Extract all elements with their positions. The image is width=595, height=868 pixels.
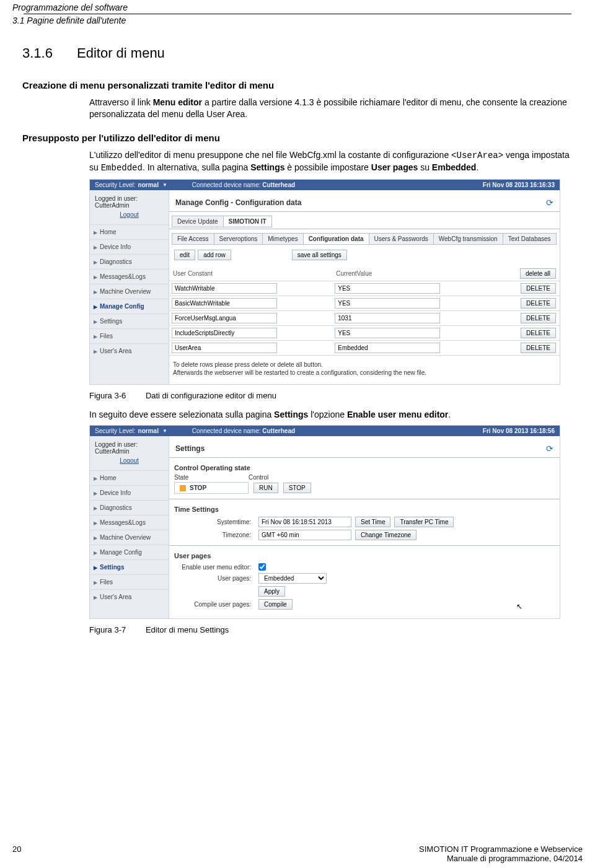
tab[interactable]: SIMOTION IT	[223, 216, 272, 227]
tab[interactable]: Serveroptions	[214, 233, 263, 245]
device-label: Connected device name:	[192, 182, 261, 188]
sidebar-item[interactable]: ▶Home	[90, 224, 169, 239]
hint-line-1: To delete rows please press delete or de…	[173, 361, 556, 369]
delete-button[interactable]: DELETE	[521, 298, 556, 309]
delete-button[interactable]: DELETE	[521, 343, 556, 353]
sidebar-item[interactable]: ▶Settings	[90, 559, 169, 574]
delete-button[interactable]: DELETE	[521, 313, 556, 323]
section-number: 3.1.6	[22, 45, 77, 61]
logged-in-user: Logged in user: CutterAdmin	[90, 190, 169, 209]
constant-value-input[interactable]	[335, 328, 440, 338]
constant-name-input[interactable]	[172, 328, 277, 338]
state-header: State	[174, 474, 249, 481]
constant-name-input[interactable]	[172, 283, 277, 294]
running-head-2: 3.1 Pagine definite dall'utente	[12, 15, 583, 25]
set-time-button[interactable]: Set Time	[355, 517, 390, 527]
page-number: 20	[12, 844, 21, 863]
compile-button[interactable]: Compile	[258, 599, 293, 610]
sidebar-item[interactable]: ▶Home	[90, 470, 169, 485]
sidebar-item[interactable]: ▶Machine Overview	[90, 284, 169, 299]
heading-2: Presupposto per l'utilizzo dell'editor d…	[22, 133, 573, 143]
tab[interactable]: Mimetypes	[262, 233, 303, 245]
sidebar-item[interactable]: ▶Settings	[90, 313, 169, 328]
sidebar-item[interactable]: ▶Manage Config	[90, 545, 169, 559]
constant-value-input[interactable]	[335, 298, 440, 309]
chevron-right-icon: ▶	[94, 260, 97, 265]
figure-caption-1: Dati di configurazione editor di menu	[146, 391, 276, 400]
tab[interactable]: Configuration data	[303, 233, 369, 245]
chevron-right-icon: ▶	[94, 319, 97, 325]
dropdown-arrow-icon[interactable]: ▼	[162, 428, 167, 434]
constant-value-input[interactable]	[335, 313, 440, 323]
tab[interactable]: File Access	[172, 233, 214, 245]
transfer-pc-time-button[interactable]: Transfer PC Time	[394, 517, 454, 527]
sidebar-item[interactable]: ▶Messages&Logs	[90, 269, 169, 284]
section-title: Editor di menu	[77, 45, 165, 61]
paragraph-2: L'utilizzo dell'editor di menu presuppon…	[89, 149, 573, 174]
figure-label-2: Figura 3-7	[89, 625, 126, 634]
topbar-timestamp: Fri Nov 08 2013 16:18:56	[483, 427, 555, 434]
sidebar-item[interactable]: ▶Files	[90, 574, 169, 589]
sidebar-item[interactable]: ▶Device Info	[90, 485, 169, 500]
stop-button[interactable]: STOP	[283, 483, 311, 493]
sidebar-item[interactable]: ▶Diagnostics	[90, 500, 169, 515]
refresh-icon[interactable]: ⟳	[546, 198, 553, 208]
sidebar-item[interactable]: ▶User's Area	[90, 589, 169, 604]
delete-button[interactable]: DELETE	[521, 283, 556, 294]
security-level-value: normal	[138, 182, 159, 188]
figure-caption-2: Editor di menu Settings	[146, 625, 229, 634]
timezone-input[interactable]	[258, 530, 351, 540]
tab[interactable]: Device Update	[172, 216, 224, 227]
sidebar-item[interactable]: ▶Device Info	[90, 239, 169, 254]
user-pages-select[interactable]: Embedded	[258, 573, 327, 584]
logged-in-user: Logged in user: CutterAdmin	[90, 436, 169, 455]
chevron-right-icon: ▶	[94, 245, 97, 250]
tab[interactable]: Users & Passwords	[369, 233, 434, 245]
change-timezone-button[interactable]: Change Timezone	[355, 530, 416, 540]
chevron-right-icon: ▶	[94, 491, 97, 496]
tab[interactable]: Text Databases	[503, 233, 557, 245]
table-row: DELETE	[169, 281, 560, 296]
device-name: Cutterhead	[262, 427, 295, 434]
constant-name-input[interactable]	[172, 313, 277, 323]
security-level-value: normal	[138, 427, 159, 434]
sidebar-item[interactable]: ▶Messages&Logs	[90, 515, 169, 530]
panel-user-pages: User pages	[169, 548, 560, 562]
topbar-timestamp: Fri Nov 08 2013 16:16:33	[483, 182, 555, 188]
delete-button[interactable]: DELETE	[521, 328, 556, 338]
sidebar-item[interactable]: ▶Diagnostics	[90, 254, 169, 269]
run-button[interactable]: RUN	[253, 483, 278, 493]
delete-all-button[interactable]: delete all	[520, 268, 556, 279]
chevron-right-icon: ▶	[94, 304, 97, 310]
sidebar-item[interactable]: ▶Files	[90, 328, 169, 343]
tab[interactable]: WebCfg transmission	[433, 233, 503, 245]
sidebar-item[interactable]: ▶Manage Config	[90, 299, 169, 313]
constant-name-input[interactable]	[172, 343, 277, 353]
paragraph-3: In seguito deve essere selezionata sulla…	[89, 409, 573, 421]
chevron-right-icon: ▶	[94, 535, 97, 541]
control-header: Control	[249, 474, 268, 481]
edit-button[interactable]: edit	[174, 250, 195, 260]
enable-editor-checkbox[interactable]	[258, 563, 266, 571]
systemtime-label: Systemtime:	[174, 519, 255, 525]
constant-name-input[interactable]	[172, 298, 277, 309]
constant-value-input[interactable]	[335, 343, 440, 353]
device-label: Connected device name:	[192, 427, 261, 434]
device-name: Cutterhead	[262, 182, 295, 188]
sidebar-item[interactable]: ▶Machine Overview	[90, 530, 169, 545]
add-row-button[interactable]: add row	[198, 250, 231, 260]
apply-button[interactable]: Apply	[258, 586, 285, 597]
dropdown-arrow-icon[interactable]: ▼	[162, 182, 167, 188]
header-rule	[24, 14, 571, 14]
save-all-button[interactable]: save all settings	[292, 250, 347, 260]
user-pages-label: User pages:	[174, 575, 255, 582]
table-row: DELETE	[169, 310, 560, 325]
sidebar-item[interactable]: ▶User's Area	[90, 343, 169, 358]
footer-line-2: Manuale di programmazione, 04/2014	[419, 854, 583, 863]
refresh-icon[interactable]: ⟳	[546, 444, 553, 454]
systemtime-input[interactable]	[258, 517, 351, 527]
constant-value-input[interactable]	[335, 283, 440, 294]
timezone-label: Timezone:	[174, 532, 255, 538]
logout-link[interactable]: Logout	[120, 211, 139, 218]
logout-link[interactable]: Logout	[120, 457, 139, 464]
